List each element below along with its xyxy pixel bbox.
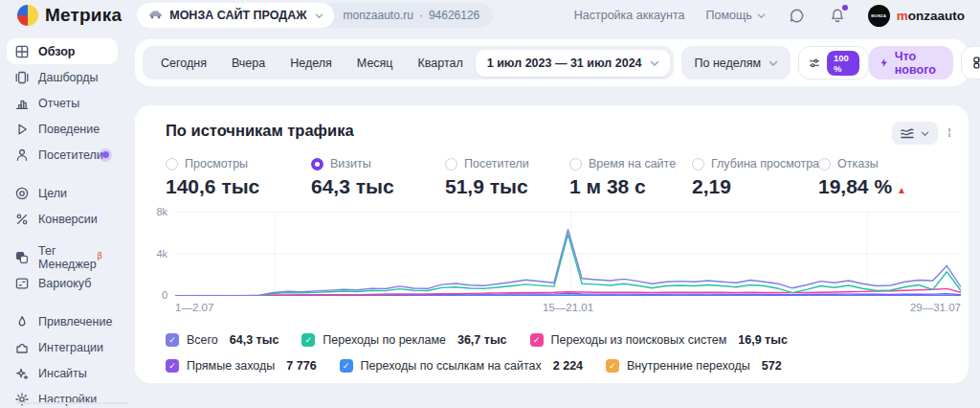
counter-id: 94626126 <box>429 9 479 22</box>
x-tick-label: 29—31.07 <box>910 302 961 313</box>
counter-name: МОНЗА САЙТ ПРОДАЖ <box>169 9 306 22</box>
metric-option[interactable]: Глубина просмотра2,19 <box>692 157 818 198</box>
legend-checkbox[interactable]: ✓ <box>606 359 619 373</box>
sidebar-item-overview[interactable]: Обзор <box>7 38 118 64</box>
chart-type-dropdown[interactable] <box>892 122 938 145</box>
metric-radio[interactable] <box>445 158 457 170</box>
quick-range-button[interactable]: Сегодня <box>148 57 219 70</box>
card-controls: ⁞ <box>892 122 951 145</box>
metric-option[interactable]: Время на сайте1 м 38 с <box>569 157 692 198</box>
sidebar-item-insights[interactable]: Инсайты <box>7 360 118 386</box>
metric-value: 64,3 тыс <box>311 175 445 198</box>
metric-radio[interactable] <box>569 158 582 170</box>
legend-checkbox[interactable]: ✓ <box>166 359 179 373</box>
x-tick-label: 1—2.07 <box>175 302 213 313</box>
beta-badge: β <box>98 251 102 261</box>
sidebar-group: ЦелиКонверсии <box>7 180 118 232</box>
y-axis-labels: 8k4k0 <box>143 212 167 296</box>
date-range-picker[interactable]: 1 июл 2023 — 31 июл 2024 <box>476 50 670 77</box>
legend-checkbox[interactable]: ✓ <box>530 333 544 347</box>
trend-up-icon: ▲ <box>897 185 906 195</box>
quick-range-button[interactable]: Квартал <box>406 57 476 70</box>
metric-value: 51,9 тыс <box>445 175 569 198</box>
sidebar: ОбзорДашбордыОтчетыПоведениеПосетителиЦе… <box>0 31 124 408</box>
toolbar: СегодняВчераНеделяМесяцКвартал 1 июл 202… <box>135 39 969 86</box>
sidebar-item-reports[interactable]: Отчеты <box>7 90 118 116</box>
legend-value: 572 <box>762 359 782 373</box>
sidebar-item-goals[interactable]: Цели <box>7 180 118 206</box>
metric-label: Отказы <box>837 157 879 170</box>
quick-range-button[interactable]: Неделя <box>278 57 345 70</box>
y-tick-label: 0 <box>162 289 167 301</box>
metric-option[interactable]: Посетители51,9 тыс <box>445 157 569 198</box>
sidebar-divider <box>15 402 128 404</box>
legend-item[interactable]: ✓Переходы из поисковых систем16,9 тыс <box>530 333 788 347</box>
whats-new-button[interactable]: Что нового <box>869 46 953 79</box>
legend-label: Прямые заходы <box>187 359 275 373</box>
account-settings-link[interactable]: Настройка аккаунта <box>574 9 685 22</box>
counter-name-dropdown[interactable]: МОНЗА САЙТ ПРОДАЖ <box>137 3 333 28</box>
legend-item[interactable]: ✓Всего64,3 тыс <box>166 333 278 347</box>
date-range-value: 1 июл 2023 — 31 июл 2024 <box>487 57 642 70</box>
chart-area[interactable]: 8k4k0 <box>175 212 961 296</box>
sidebar-item-conversions[interactable]: Конверсии <box>7 206 118 232</box>
counter-domain-id[interactable]: monzaauto.ru · 94626126 <box>334 3 494 28</box>
sampling-settings-button[interactable]: 100 % <box>798 46 869 79</box>
traffic-sources-card: По источникам трафика ⁞ Просмотры140,6 т… <box>135 105 969 383</box>
y-tick-label: 4k <box>156 248 167 260</box>
tag-manager-icon <box>14 250 30 265</box>
sidebar-item-integrations[interactable]: Интеграции <box>7 334 118 360</box>
metric-radio[interactable] <box>692 158 704 170</box>
legend-value: 16,9 тыс <box>738 333 788 347</box>
metric-option[interactable]: Просмотры140,6 тыс <box>166 157 311 198</box>
metric-selected[interactable]: Визиты64,3 тыс <box>311 157 445 198</box>
line-chart <box>175 212 961 296</box>
legend-item[interactable]: ✓Внутренние переходы572 <box>606 359 782 373</box>
notification-dot <box>842 5 848 11</box>
sidebar-item-label: Обзор <box>38 45 75 58</box>
sidebar-item-label: Посетители <box>38 148 103 162</box>
sidebar-item-visitors[interactable]: Посетители <box>7 142 118 168</box>
metric-radio[interactable] <box>311 158 323 170</box>
legend-checkbox[interactable]: ✓ <box>301 333 315 347</box>
sidebar-item-dashboards[interactable]: Дашборды <box>7 64 118 90</box>
legend-value: 64,3 тыс <box>230 333 279 347</box>
metric-option[interactable]: Отказы19,84 %▲ <box>818 157 969 198</box>
metric-label: Время на сайте <box>589 157 676 170</box>
chat-icon[interactable] <box>788 6 807 25</box>
sidebar-item-label: Отчеты <box>38 97 79 110</box>
help-dropdown[interactable]: Помощь <box>705 9 766 22</box>
settings-icon <box>14 392 30 407</box>
sidebar-item-settings[interactable]: Настройки <box>7 386 118 408</box>
goals-icon <box>14 186 30 201</box>
sidebar-item-attraction[interactable]: Привлечение <box>7 308 118 334</box>
sidebar-item-tag-manager[interactable]: Тег Менеджерβ <box>7 244 118 270</box>
chevron-down-icon <box>756 11 767 21</box>
sidebar-item-behavior[interactable]: Поведение <box>7 116 118 142</box>
legend-item[interactable]: ✓Переходы по ссылкам на сайтах2 224 <box>340 359 583 373</box>
user-menu[interactable]: MONZA monzaauto <box>868 5 965 27</box>
card-kebab-menu[interactable]: ⁞ <box>947 127 951 139</box>
legend-checkbox[interactable]: ✓ <box>166 333 179 347</box>
visitors-icon <box>14 147 30 163</box>
reports-icon <box>14 96 30 111</box>
legend-label: Переходы по рекламе <box>323 333 446 347</box>
add-button[interactable]: Добавить <box>961 46 980 79</box>
sidebar-item-label: Поведение <box>38 123 100 136</box>
metric-radio[interactable] <box>166 158 178 170</box>
notifications-bell-icon[interactable] <box>828 6 847 25</box>
quick-range-button[interactable]: Вчера <box>219 57 278 70</box>
sidebar-item-variocube[interactable]: Вариокуб <box>7 270 118 296</box>
metric-value: 1 м 38 с <box>569 175 692 198</box>
chart-legend: ✓Всего64,3 тыс✓Переходы по рекламе36,7 т… <box>135 317 958 373</box>
grouping-dropdown[interactable]: По неделям <box>681 46 791 79</box>
lightning-icon <box>880 56 888 70</box>
legend-label: Переходы по ссылкам на сайтах <box>361 359 542 373</box>
legend-checkbox[interactable]: ✓ <box>340 359 353 373</box>
metrica-logo[interactable]: Метрика <box>17 5 122 26</box>
metric-radio[interactable] <box>818 158 831 170</box>
quick-range-button[interactable]: Месяц <box>345 57 406 70</box>
legend-item[interactable]: ✓Переходы по рекламе36,7 тыс <box>301 333 506 347</box>
card-title: По источникам трафика <box>166 122 354 140</box>
legend-item[interactable]: ✓Прямые заходы7 776 <box>166 359 317 373</box>
